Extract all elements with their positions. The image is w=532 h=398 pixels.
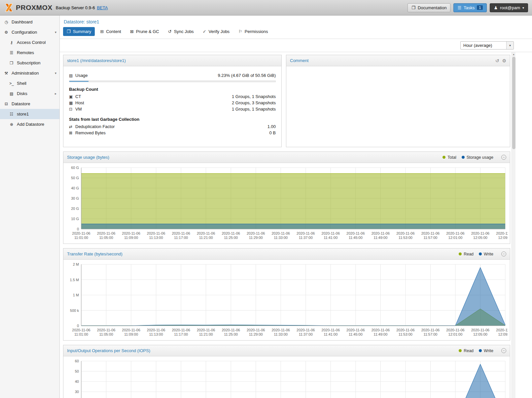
sidebar-item-configuration[interactable]: ⚙ Configuration ▾ xyxy=(0,27,59,37)
svg-text:11:33:00: 11:33:00 xyxy=(274,332,288,336)
wrench-icon: ⚒ xyxy=(4,71,9,76)
combo-trigger-button[interactable]: ▾ xyxy=(506,42,514,49)
dedup-label: Deduplication Factor xyxy=(75,124,115,129)
list-icon: ☰ xyxy=(457,5,461,10)
iops-chart-body: 60504030201002020-11-0611:01:002020-11-0… xyxy=(63,356,510,398)
legend-write[interactable]: Write xyxy=(479,348,493,353)
vm-value: 1 Groups, 1 Snapshots xyxy=(232,107,276,112)
svg-text:40: 40 xyxy=(75,380,79,383)
sidebar-item-label: Administration xyxy=(12,71,39,76)
beta-link[interactable]: BETA xyxy=(97,5,108,10)
sidebar-item-store1[interactable]: ☷ store1 xyxy=(0,109,59,119)
svg-text:2020-11-06: 2020-11-06 xyxy=(172,231,190,235)
sidebar-item-remotes[interactable]: ☰ Remotes xyxy=(0,48,59,58)
svg-text:12:01:00: 12:01:00 xyxy=(448,236,463,240)
sidebar-item-subscription[interactable]: ❒ Subscription xyxy=(0,58,59,68)
vertical-scrollbar[interactable]: ▲ xyxy=(512,52,515,398)
svg-text:11:45:00: 11:45:00 xyxy=(349,332,363,336)
storage-usage-header: Storage usage (bytes) Total Storage usag… xyxy=(63,152,510,163)
tasks-label: Tasks xyxy=(464,5,475,10)
host-value: 2 Groups, 3 Snapshots xyxy=(232,100,276,105)
sidebar-item-datastore[interactable]: ⊟ Datastore xyxy=(0,99,59,109)
svg-text:20 G: 20 G xyxy=(71,207,79,211)
usage-row: ▤ Usage 9.23% (4.67 GiB of 50.56 GiB) xyxy=(69,72,276,79)
legend-label: Storage usage xyxy=(467,155,493,160)
sidebar-item-access-control[interactable]: ⚷ Access Control xyxy=(0,37,59,48)
summary-toolbar: Hour (average) ▾ xyxy=(60,39,532,52)
sidebar-item-administration[interactable]: ⚒ Administration ▾ xyxy=(0,68,59,78)
tab-prune-gc[interactable]: ⊠ Prune & GC xyxy=(126,27,163,36)
tab-summary[interactable]: ❐ Summary xyxy=(63,27,95,36)
legend-dot xyxy=(443,156,445,159)
sidebar-item-add-datastore[interactable]: ⊕ Add Datastore xyxy=(0,119,59,129)
svg-text:40 G: 40 G xyxy=(71,186,79,190)
svg-text:11:09:00: 11:09:00 xyxy=(124,332,138,336)
scrollbar-thumb[interactable] xyxy=(512,57,515,149)
svg-text:2020-11-06: 2020-11-06 xyxy=(346,231,365,235)
documentation-button[interactable]: ❐ Documentation xyxy=(408,3,450,12)
svg-text:11:41:00: 11:41:00 xyxy=(324,236,337,240)
svg-text:11:01:00: 11:01:00 xyxy=(74,236,88,240)
gear-icon[interactable]: ⚙ xyxy=(502,58,506,63)
scroll-up-button[interactable]: ▲ xyxy=(512,52,515,56)
svg-text:2 M: 2 M xyxy=(73,262,79,266)
ct-label: CT xyxy=(75,94,81,99)
tab-label: Verify Jobs xyxy=(209,29,230,34)
panel-title: Comment xyxy=(290,58,308,63)
refresh-icon[interactable]: ↺ xyxy=(495,58,499,63)
panel-title: Storage usage (bytes) xyxy=(67,155,109,160)
trash-icon: ⊠ xyxy=(130,29,134,34)
svg-text:60 G: 60 G xyxy=(71,166,79,170)
compress-icon: ⇄ xyxy=(69,124,75,129)
sidebar-item-disks[interactable]: ▤ Disks ▸ xyxy=(0,88,59,99)
proxmox-logo: PROXMOX xyxy=(4,3,53,13)
svg-text:0: 0 xyxy=(77,324,79,328)
tab-permissions[interactable]: ⚐ Permissions xyxy=(235,27,271,36)
trash-icon: ⊠ xyxy=(69,131,75,135)
tasks-button[interactable]: ☰ Tasks 1 xyxy=(453,3,487,12)
comment-panel: Comment ↺ ⚙ xyxy=(286,55,510,147)
usage-progress-fill xyxy=(69,81,89,82)
collapse-icon[interactable]: − xyxy=(501,155,506,160)
legend-total[interactable]: Total xyxy=(443,155,456,160)
svg-text:2020-11-06: 2020-11-06 xyxy=(272,328,290,332)
plus-circle-icon: ⊕ xyxy=(9,122,14,127)
collapse-icon[interactable]: − xyxy=(501,251,506,256)
tab-content[interactable]: ⊞ Content xyxy=(96,27,124,36)
svg-text:11:49:00: 11:49:00 xyxy=(373,332,387,336)
svg-text:2020-11-06: 2020-11-06 xyxy=(247,328,265,332)
sidebar-item-shell[interactable]: >_ Shell xyxy=(0,78,59,88)
tab-label: Sync Jobs xyxy=(174,29,194,34)
legend-storage-usage[interactable]: Storage usage xyxy=(462,155,493,160)
svg-text:2020-11-06: 2020-11-06 xyxy=(97,328,115,332)
comment-panel-header: Comment ↺ ⚙ xyxy=(286,55,510,66)
legend-label: Write xyxy=(484,348,493,353)
svg-text:11:17:00: 11:17:00 xyxy=(174,332,188,336)
svg-text:30: 30 xyxy=(75,390,79,394)
ct-row: ▣ CT 1 Groups, 1 Snapshots xyxy=(69,93,276,100)
time-range-select[interactable]: Hour (average) ▾ xyxy=(460,41,514,50)
legend-read[interactable]: Read xyxy=(459,348,474,353)
tab-bar: ❐ Summary ⊞ Content ⊠ Prune & GC ↺ Sync … xyxy=(60,26,532,39)
svg-text:2020-11-06: 2020-11-06 xyxy=(346,328,365,332)
legend-dot xyxy=(479,349,482,352)
legend-dot xyxy=(479,252,482,255)
svg-text:12:05:00: 12:05:00 xyxy=(473,236,487,240)
vm-label: VM xyxy=(75,107,82,112)
tab-verify-jobs[interactable]: ✓ Verify Jobs xyxy=(199,27,233,36)
sidebar-item-dashboard[interactable]: ◷ Dashboard xyxy=(0,17,59,27)
svg-text:2020-11-06: 2020-11-06 xyxy=(471,231,489,235)
svg-text:2020-11-06: 2020-11-06 xyxy=(322,231,340,235)
documentation-label: Documentation xyxy=(418,5,446,10)
legend-write[interactable]: Write xyxy=(479,252,493,256)
legend-read[interactable]: Read xyxy=(459,252,474,256)
user-menu-button[interactable]: ♟ root@pam ▾ xyxy=(490,3,528,12)
tab-sync-jobs[interactable]: ↺ Sync Jobs xyxy=(164,27,197,36)
svg-text:2020-11-06: 2020-11-06 xyxy=(496,328,508,332)
datastore-info-body: ▤ Usage 9.23% (4.67 GiB of 50.56 GiB) Ba… xyxy=(63,66,281,136)
svg-text:2020-11-06: 2020-11-06 xyxy=(372,231,390,235)
book-icon: ❐ xyxy=(67,29,71,34)
monitor-icon: ⊡ xyxy=(69,107,75,112)
collapse-icon[interactable]: − xyxy=(501,348,506,353)
panel-title: store1 (/mnt/datastores/store1) xyxy=(67,58,126,63)
